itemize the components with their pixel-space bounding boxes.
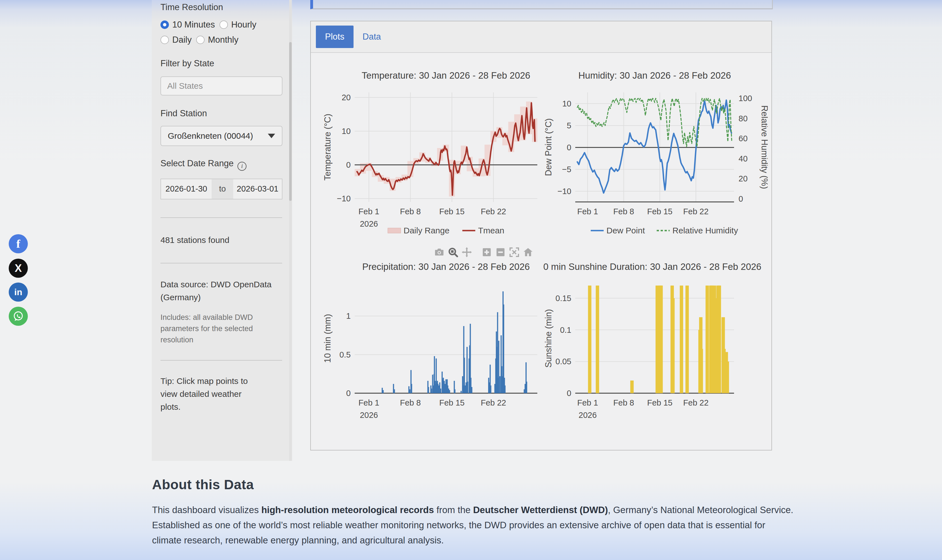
tip-text: Tip: Click map points to view detailed w… xyxy=(160,375,262,414)
svg-text:Feb 15: Feb 15 xyxy=(439,398,464,407)
zoom-in-icon[interactable] xyxy=(481,246,492,258)
radio-10-minutes[interactable]: 10 Minutes xyxy=(160,20,215,30)
svg-text:−5: −5 xyxy=(562,165,571,174)
radio-monthly-dot[interactable] xyxy=(196,36,205,44)
svg-text:Dew Point: Dew Point xyxy=(606,226,645,235)
svg-text:20: 20 xyxy=(738,174,748,183)
date-start-input[interactable]: 2026-01-30 xyxy=(160,178,211,199)
x-twitter-icon: X xyxy=(15,263,22,274)
radio-monthly[interactable]: Monthly xyxy=(196,35,239,45)
about-heading: About this Data xyxy=(152,477,796,492)
autoscale-icon[interactable] xyxy=(509,246,520,258)
about-paragraph: This dashboard visualizes high-resolutio… xyxy=(152,502,796,548)
svg-text:2026: 2026 xyxy=(579,411,597,420)
svg-text:Feb 8: Feb 8 xyxy=(400,207,421,216)
svg-text:0: 0 xyxy=(567,389,571,398)
state-filter-input[interactable] xyxy=(160,76,282,95)
humidity-chart[interactable]: −10−50510020406080100Feb 1Feb 8Feb 15Feb… xyxy=(543,64,768,249)
svg-text:Feb 8: Feb 8 xyxy=(400,398,421,407)
svg-text:Temperature: 30 Jan 2026 - 28: Temperature: 30 Jan 2026 - 28 Feb 2026 xyxy=(362,70,530,81)
svg-text:Relative Humidity: Relative Humidity xyxy=(672,226,738,235)
radio-daily[interactable]: Daily xyxy=(160,35,192,45)
radio-monthly-label: Monthly xyxy=(208,35,239,45)
svg-text:0.15: 0.15 xyxy=(556,294,571,303)
svg-text:Feb 22: Feb 22 xyxy=(481,207,506,216)
temperature-chart[interactable]: −1001020Feb 12026Feb 8Feb 15Feb 22Temper… xyxy=(321,64,546,249)
svg-text:0: 0 xyxy=(738,194,743,203)
svg-text:Sunshine (min): Sunshine (min) xyxy=(544,309,553,368)
svg-text:Feb 22: Feb 22 xyxy=(683,398,708,407)
chevron-down-icon xyxy=(268,134,275,138)
svg-text:Feb 1: Feb 1 xyxy=(577,207,598,216)
find-station-label: Find Station xyxy=(160,108,282,118)
tab-plots[interactable]: Plots xyxy=(316,26,353,48)
stations-found-text: 481 stations found xyxy=(160,234,282,246)
info-icon[interactable]: i xyxy=(237,162,247,171)
camera-snapshot-icon[interactable] xyxy=(434,246,445,258)
svg-text:1: 1 xyxy=(346,311,351,320)
svg-text:20: 20 xyxy=(342,93,351,102)
filter-by-state-label: Filter by State xyxy=(160,58,282,69)
svg-text:−10: −10 xyxy=(337,194,351,203)
station-select-value: Großenkneten (00044) xyxy=(168,131,268,141)
map-container-bottom[interactable] xyxy=(310,0,773,9)
sunshine-chart[interactable]: 00.050.10.15Feb 12026Feb 8Feb 15Feb 22Su… xyxy=(543,255,768,441)
svg-text:80: 80 xyxy=(738,114,748,123)
svg-text:0: 0 xyxy=(346,389,351,398)
svg-text:100: 100 xyxy=(738,94,752,103)
radio-hourly-dot[interactable] xyxy=(219,20,228,29)
svg-text:Tmean: Tmean xyxy=(478,226,504,235)
date-range-separator: to xyxy=(211,178,233,199)
svg-text:Precipitation: 30 Jan 2026 - 2: Precipitation: 30 Jan 2026 - 28 Feb 2026 xyxy=(362,262,530,272)
svg-text:10: 10 xyxy=(562,99,571,108)
sidebar-scrollbar-thumb[interactable] xyxy=(289,42,292,201)
share-whatsapp-button[interactable] xyxy=(9,307,28,326)
svg-text:Humidity: 30 Jan 2026 - 28 Feb: Humidity: 30 Jan 2026 - 28 Feb 2026 xyxy=(578,70,731,81)
svg-text:5: 5 xyxy=(567,121,571,130)
svg-text:.0 min Sunshine Duration: 30 J: .0 min Sunshine Duration: 30 Jan 2026 - … xyxy=(543,262,761,272)
date-end-input[interactable]: 2026-03-01 xyxy=(233,178,282,199)
whatsapp-icon xyxy=(12,310,24,322)
data-source-text: Data source: DWD OpenData (Germany) xyxy=(160,278,273,304)
radio-10-minutes-dot[interactable] xyxy=(160,20,169,29)
share-facebook-button[interactable]: f xyxy=(9,234,28,253)
svg-text:Temperature (°C): Temperature (°C) xyxy=(322,114,333,181)
zoom-out-icon[interactable] xyxy=(495,246,506,258)
data-source-note: Includes: all available DWD parameters f… xyxy=(160,312,279,345)
svg-text:0.05: 0.05 xyxy=(556,357,571,366)
linkedin-icon: in xyxy=(14,288,22,297)
station-select[interactable]: Großenkneten (00044) xyxy=(160,126,282,146)
precipitation-chart[interactable]: 00.51Feb 12026Feb 8Feb 15Feb 2210 min (m… xyxy=(321,255,546,441)
sidebar-divider xyxy=(160,360,282,361)
svg-text:10: 10 xyxy=(342,127,351,135)
time-resolution-label: Time Resolution xyxy=(160,2,282,12)
zoom-icon[interactable] xyxy=(447,246,459,258)
svg-text:Relative Humidity (%): Relative Humidity (%) xyxy=(760,105,768,189)
svg-text:10 min (mm): 10 min (mm) xyxy=(322,314,333,363)
charts-area: −1001020Feb 12026Feb 8Feb 15Feb 22Temper… xyxy=(311,53,771,450)
svg-text:2026: 2026 xyxy=(360,411,378,420)
weather-dashboard-page: f X in Time Resolution 10 Minutes Hourly xyxy=(0,0,942,560)
share-x-button[interactable]: X xyxy=(9,258,28,278)
svg-text:Daily Range: Daily Range xyxy=(404,226,449,235)
svg-text:Feb 1: Feb 1 xyxy=(359,398,379,407)
radio-daily-label: Daily xyxy=(172,35,192,45)
tab-data[interactable]: Data xyxy=(362,32,381,42)
filters-sidebar: Time Resolution 10 Minutes Hourly Daily … xyxy=(152,0,292,461)
date-range-label: Select Date Rangei xyxy=(160,158,282,171)
radio-daily-dot[interactable] xyxy=(160,36,169,44)
svg-text:Feb 8: Feb 8 xyxy=(613,398,634,407)
plots-panel: Plots Data −1001020Feb 12026Feb 8Feb 15F… xyxy=(310,21,772,451)
svg-text:Feb 22: Feb 22 xyxy=(481,398,506,407)
share-linkedin-button[interactable]: in xyxy=(9,283,28,302)
pan-icon[interactable] xyxy=(461,246,472,258)
svg-text:Feb 15: Feb 15 xyxy=(647,207,672,216)
svg-text:−10: −10 xyxy=(558,187,571,196)
sidebar-divider xyxy=(160,263,282,263)
reset-axes-home-icon[interactable] xyxy=(523,246,533,258)
radio-hourly[interactable]: Hourly xyxy=(219,20,257,30)
tabbar: Plots Data xyxy=(311,22,771,53)
facebook-icon: f xyxy=(16,238,20,250)
svg-text:Feb 1: Feb 1 xyxy=(577,398,598,407)
svg-text:Feb 15: Feb 15 xyxy=(647,398,672,407)
